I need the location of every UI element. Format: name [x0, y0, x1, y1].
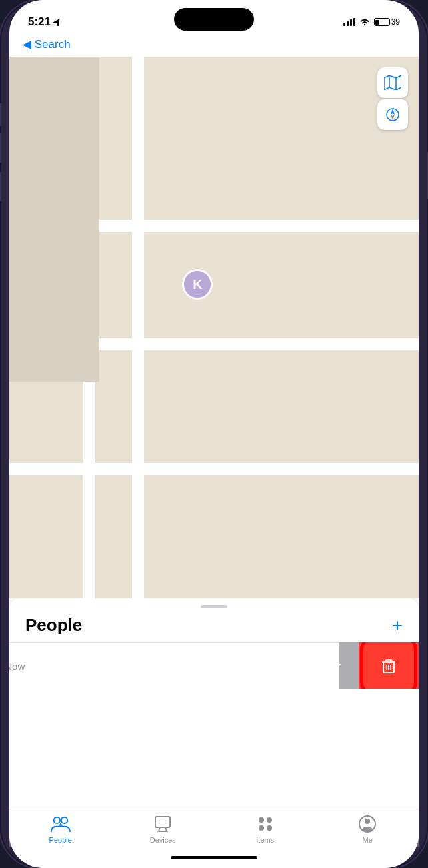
items-tab-label: Items — [256, 836, 274, 844]
phone-frame: 5:21 — [0, 0, 428, 868]
me-tab-label: Me — [363, 836, 373, 844]
tab-bar: People Devices — [9, 809, 419, 847]
battery-level: 39 — [391, 17, 400, 27]
volume-up-button[interactable] — [0, 133, 1, 163]
location-arrow-icon — [53, 18, 61, 26]
map-icon — [384, 75, 401, 90]
person-row[interactable]: • Now — [9, 642, 339, 689]
add-person-button[interactable]: + — [392, 616, 403, 635]
devices-tab-label: Devices — [150, 836, 176, 844]
home-indicator — [9, 847, 419, 868]
devices-tab-icon — [153, 815, 173, 833]
svg-point-24 — [259, 817, 264, 823]
svg-point-26 — [259, 825, 264, 831]
pin-label: K — [193, 277, 202, 292]
road-horizontal-3 — [9, 463, 419, 475]
location-pin[interactable]: K — [182, 269, 213, 300]
devices-icon — [153, 815, 173, 833]
home-bar — [171, 856, 257, 859]
search-back-button[interactable]: ◀ Search — [23, 37, 405, 51]
trash-icon — [379, 657, 398, 675]
status-time: 5:21 — [28, 15, 61, 29]
sheet-handle-row — [9, 598, 419, 612]
signal-icon — [343, 18, 355, 26]
svg-point-18 — [53, 817, 59, 823]
road-vertical-2 — [132, 57, 144, 598]
location-button[interactable] — [377, 99, 408, 130]
volume-down-button[interactable] — [0, 172, 1, 201]
dynamic-island — [174, 8, 254, 31]
svg-rect-4 — [353, 18, 355, 26]
status-icons: 39 — [343, 17, 400, 27]
me-tab-icon — [357, 815, 377, 833]
tab-me[interactable]: Me — [317, 815, 419, 847]
me-icon — [358, 815, 377, 833]
tab-people[interactable]: People — [9, 815, 112, 847]
time-label: Now — [9, 661, 25, 672]
map-block-1 — [9, 57, 99, 382]
svg-point-29 — [365, 819, 370, 824]
people-icon — [51, 815, 71, 833]
search-bar[interactable]: ◀ Search — [9, 35, 419, 57]
svg-rect-20 — [155, 817, 170, 827]
sheet-handle — [201, 605, 227, 608]
tab-devices[interactable]: Devices — [112, 815, 215, 847]
map-view-button[interactable] — [377, 67, 408, 98]
svg-rect-3 — [350, 19, 352, 26]
tab-items[interactable]: Items — [214, 815, 317, 847]
items-icon — [256, 815, 275, 833]
phone-screen: 5:21 — [9, 0, 419, 868]
time-display: 5:21 — [28, 15, 51, 29]
svg-point-27 — [267, 825, 272, 831]
person-info: • Now — [9, 660, 325, 672]
svg-rect-14 — [385, 660, 392, 662]
sheet-title: People — [25, 615, 82, 636]
items-tab-icon — [255, 815, 275, 833]
map-background: K — [9, 57, 419, 598]
svg-marker-5 — [384, 75, 401, 90]
sheet-header: People + — [9, 612, 419, 642]
mute-button[interactable] — [0, 103, 1, 126]
svg-rect-2 — [347, 21, 349, 26]
person-time: • Now — [9, 660, 325, 672]
battery-indicator: 39 — [374, 17, 400, 27]
map-buttons-container — [377, 67, 408, 130]
svg-point-19 — [61, 817, 67, 823]
map-area[interactable]: K — [9, 57, 419, 598]
wifi-icon — [359, 18, 370, 26]
svg-point-25 — [267, 817, 272, 823]
people-tab-icon — [51, 815, 71, 833]
people-tab-label: People — [49, 836, 72, 844]
bottom-sheet: People + — [9, 598, 419, 809]
delete-action-button[interactable] — [359, 642, 419, 689]
person-row-container: • Now — [9, 642, 419, 689]
svg-rect-1 — [343, 23, 345, 26]
svg-rect-10 — [383, 662, 394, 673]
compass-icon — [385, 107, 400, 122]
empty-space — [9, 689, 419, 809]
svg-marker-0 — [53, 18, 61, 26]
back-label: ◀ Search — [23, 37, 71, 51]
